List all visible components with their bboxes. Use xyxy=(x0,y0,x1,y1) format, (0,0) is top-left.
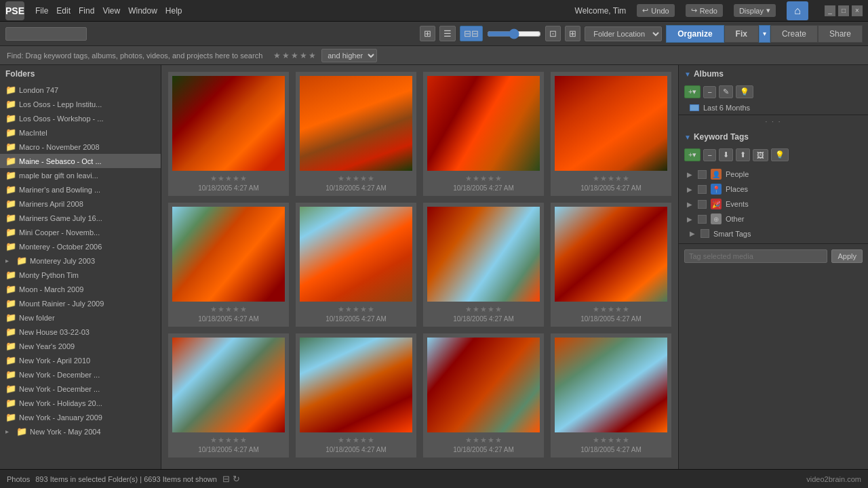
albums-bulb-button[interactable]: 💡 xyxy=(736,85,753,98)
menu-window[interactable]: Window xyxy=(128,6,157,16)
redo-button[interactable]: ↪ Redo xyxy=(686,4,723,17)
photo-item[interactable]: ★ ★ ★ ★ ★ 10/18/2005 4:27 AM xyxy=(551,72,671,196)
albums-add-button[interactable]: +▾ xyxy=(684,85,701,98)
sidebar-item-lososos1[interactable]: 📁 Los Osos - Lepp Institu... xyxy=(0,97,161,111)
sidebar-item-newyork2[interactable]: 📁 New York - December ... xyxy=(0,367,161,382)
tag-checkbox-people[interactable] xyxy=(698,170,707,179)
star-1[interactable]: ★ xyxy=(273,51,281,60)
tags-import-button[interactable]: ⬇ xyxy=(719,148,733,161)
create-tab[interactable]: Create xyxy=(770,25,818,43)
sidebar-item-moon[interactable]: 📁 Moon - March 2009 xyxy=(0,282,161,296)
maximize-button[interactable]: □ xyxy=(838,5,849,16)
sidebar-item-newyork3[interactable]: 📁 New York - December ... xyxy=(0,382,161,396)
menu-help[interactable]: Help xyxy=(165,6,182,16)
star-3[interactable]: ★ xyxy=(291,51,298,60)
tag-checkbox-events[interactable] xyxy=(698,200,707,209)
tags-options-button[interactable]: 🖼 xyxy=(753,149,768,161)
sidebar-item-monterey2[interactable]: ▸ 📁 Monterey July 2003 xyxy=(0,253,161,268)
sidebar-item-newyear[interactable]: 📁 New Year's 2009 xyxy=(0,339,161,353)
view-thumbnails-button[interactable]: ⊟⊟ xyxy=(460,26,483,41)
sidebar-item-newhouse[interactable]: 📁 New House 03-22-03 xyxy=(0,325,161,339)
sidebar-item-london[interactable]: 📁 London 747 xyxy=(0,83,161,97)
right-panel: ▼ Albums +▾ − ✎ 💡 Last 6 Months · · · ▼ xyxy=(678,65,868,469)
star-5[interactable]: ★ xyxy=(309,51,316,60)
close-button[interactable]: × xyxy=(852,5,863,16)
sidebar-item-monterey1[interactable]: 📁 Monterey - October 2006 xyxy=(0,239,161,253)
sidebar-item-newfolder[interactable]: 📁 New folder xyxy=(0,310,161,325)
sidebar-item-newyork4[interactable]: 📁 New York - Holidays 20... xyxy=(0,396,161,410)
sidebar-item-maine[interactable]: 📁 Maine - Sebasco - Oct ... xyxy=(0,154,161,168)
zoom-slider[interactable] xyxy=(487,28,541,39)
star-2[interactable]: ★ xyxy=(282,51,290,60)
sidebar-item-macro[interactable]: 📁 Macro - November 2008 xyxy=(0,140,161,154)
photo-item[interactable]: ★ ★ ★ ★ ★ 10/18/2005 4:27 AM xyxy=(168,72,289,196)
menu-view[interactable]: View xyxy=(102,6,120,16)
album-item-last6months[interactable]: Last 6 Months xyxy=(679,101,868,115)
photo-item[interactable]: ★ ★ ★ ★ ★ 10/18/2005 4:27 AM xyxy=(551,333,671,458)
tag-checkbox-smart[interactable] xyxy=(701,229,709,238)
photo-item[interactable]: ★ ★ ★ ★ ★ 10/18/2005 4:27 AM xyxy=(423,203,544,327)
star-4[interactable]: ★ xyxy=(300,51,307,60)
photo-thumbnail xyxy=(300,76,412,171)
tag-selected-media-input[interactable] xyxy=(684,249,827,263)
tags-add-button[interactable]: +▾ xyxy=(684,148,701,161)
menu-find[interactable]: Find xyxy=(79,6,94,16)
status-icon-1[interactable]: ⊟ xyxy=(222,474,230,484)
home-button[interactable]: ⌂ xyxy=(787,1,808,20)
tags-export-button[interactable]: ⬆ xyxy=(736,148,750,161)
tag-checkbox-other[interactable] xyxy=(698,215,707,224)
photo-thumbnail xyxy=(555,207,667,302)
photo-item[interactable]: ★ ★ ★ ★ ★ 10/18/2005 4:27 AM xyxy=(296,203,416,327)
fix-tab[interactable]: Fix xyxy=(724,25,759,43)
photo-item[interactable]: ★ ★ ★ ★ ★ 10/18/2005 4:27 AM xyxy=(423,72,544,196)
rating-filter-select[interactable]: and higher xyxy=(321,49,377,62)
photo-item[interactable]: ★ ★ ★ ★ ★ 10/18/2005 4:27 AM xyxy=(296,72,416,196)
full-view-button[interactable]: ⊞ xyxy=(565,26,580,41)
photo-item[interactable]: ★ ★ ★ ★ ★ 10/18/2005 4:27 AM xyxy=(423,333,544,458)
albums-header[interactable]: ▼ Albums xyxy=(679,65,868,83)
tag-item-events[interactable]: ▶ 🎉 Events xyxy=(684,197,863,211)
organize-tab[interactable]: Organize xyxy=(666,25,724,43)
fit-view-button[interactable]: ⊡ xyxy=(545,26,561,41)
share-tab[interactable]: Share xyxy=(818,25,863,43)
sidebar-item-monty[interactable]: 📁 Monty Python Tim xyxy=(0,268,161,282)
display-button[interactable]: Display ▾ xyxy=(734,4,776,17)
albums-edit-button[interactable]: ✎ xyxy=(719,85,733,98)
sidebar-item-newyork5[interactable]: 📁 New York - January 2009 xyxy=(0,410,161,424)
sidebar-item-mariners1[interactable]: 📁 Mariner's and Bowling ... xyxy=(0,182,161,197)
tag-checkbox-places[interactable] xyxy=(698,185,707,194)
sidebar-item-macintel[interactable]: 📁 MacIntel xyxy=(0,125,161,140)
photo-item[interactable]: ★ ★ ★ ★ ★ 10/18/2005 4:27 AM xyxy=(168,333,289,458)
undo-button[interactable]: ↩ Undo xyxy=(637,4,674,17)
menu-edit[interactable]: Edit xyxy=(56,6,71,16)
smart-tags-item[interactable]: ▶ Smart Tags xyxy=(684,226,863,241)
menu-file[interactable]: File xyxy=(35,6,48,16)
tag-item-people[interactable]: ▶ 👤 People xyxy=(684,167,863,182)
view-grid-button[interactable]: ⊞ xyxy=(420,26,435,41)
sidebar-item-minicooper[interactable]: 📁 Mini Cooper - Novemb... xyxy=(0,225,161,239)
sidebar-item-mariners2[interactable]: 📁 Mariners April 2008 xyxy=(0,197,161,211)
search-input[interactable] xyxy=(5,27,87,41)
view-detail-button[interactable]: ☰ xyxy=(439,26,456,41)
photo-item[interactable]: ★ ★ ★ ★ ★ 10/18/2005 4:27 AM xyxy=(551,203,671,327)
fix-dropdown-button[interactable]: ▾ xyxy=(759,25,770,43)
photo-item[interactable]: ★ ★ ★ ★ ★ 10/18/2005 4:27 AM xyxy=(296,333,416,458)
status-icon-2[interactable]: ↻ xyxy=(233,474,240,484)
apply-button[interactable]: Apply xyxy=(831,249,863,263)
sidebar-item-mountrainier[interactable]: 📁 Mount Rainier - July 2009 xyxy=(0,296,161,310)
sidebar-item-newyork6[interactable]: ▸ 📁 New York - May 2004 xyxy=(0,424,161,439)
tag-item-other[interactable]: ▶ ⊕ Other xyxy=(684,211,863,226)
tag-item-places[interactable]: ▶ 📍 Places xyxy=(684,182,863,197)
folder-label: London 747 xyxy=(19,86,58,94)
folder-location-select[interactable]: Folder Location xyxy=(585,26,662,41)
keyword-tags-header[interactable]: ▼ Keyword Tags xyxy=(679,128,868,146)
minimize-button[interactable]: _ xyxy=(825,5,835,16)
tags-bulb-button[interactable]: 💡 xyxy=(771,148,789,161)
albums-remove-button[interactable]: − xyxy=(703,86,715,98)
sidebar-item-maple[interactable]: 📁 maple bar gift on leavi... xyxy=(0,168,161,182)
photo-item[interactable]: ★ ★ ★ ★ ★ 10/18/2005 4:27 AM xyxy=(168,203,289,327)
sidebar-item-lososos2[interactable]: 📁 Los Osos - Workshop - ... xyxy=(0,111,161,125)
sidebar-item-newyork1[interactable]: 📁 New York - April 2010 xyxy=(0,353,161,367)
sidebar-item-mariners3[interactable]: 📁 Mariners Game July 16... xyxy=(0,211,161,225)
tags-remove-button[interactable]: − xyxy=(703,149,715,161)
